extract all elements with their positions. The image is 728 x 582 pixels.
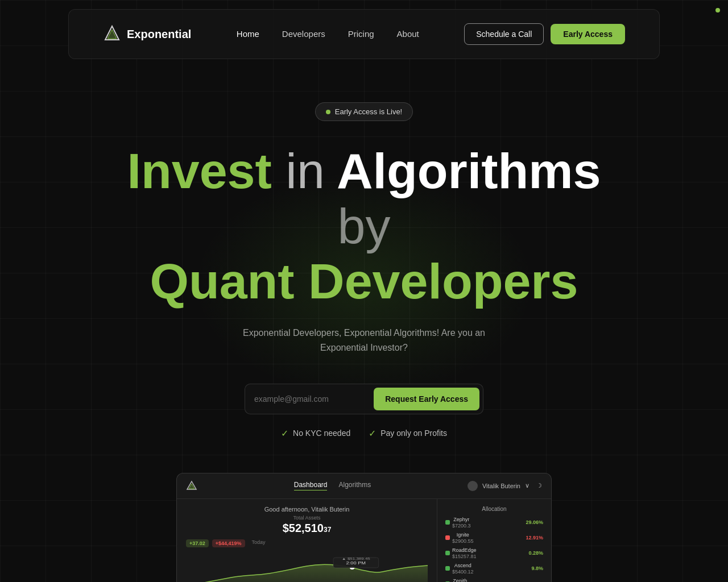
feature-kyc-label: No KYC needed: [293, 429, 350, 438]
feature-pay-profits: ✓ Pay only on Profits: [369, 428, 447, 439]
alloc-value-ignite: $2900.55: [452, 538, 474, 544]
mini-chart: 2:00 PM ▲ $51,389.45: [186, 552, 428, 582]
title-invest: Invest: [127, 143, 272, 199]
alloc-name-zephyr: Zephyr: [452, 517, 471, 522]
alloc-dot-zephyr: [445, 520, 450, 525]
alloc-row-ascend: Ascend $5400.12 9.8%: [445, 563, 543, 575]
alloc-name-roadedge: RoadEdge: [452, 547, 477, 553]
dashboard-left-panel: Good afternoon, Vitalik Buterin Total As…: [177, 499, 437, 582]
badge-positive: +37.02: [186, 539, 209, 547]
early-access-badge: Early Access is Live!: [315, 102, 413, 121]
early-access-nav-button[interactable]: Early Access: [551, 24, 625, 44]
alloc-name-zenith: Zenith: [452, 578, 468, 582]
alloc-value-zephyr: $7200.3: [452, 523, 471, 529]
alloc-pct-roadedge: 0.28%: [528, 550, 543, 556]
svg-marker-1: [107, 30, 117, 39]
nav-home[interactable]: Home: [237, 29, 259, 39]
check-icon-kyc: ✓: [281, 428, 288, 439]
alloc-pct-ascend: 9.8%: [531, 566, 543, 571]
alloc-row-ignite: Ignite $2900.55 12.91%: [445, 532, 543, 544]
total-assets-value: $52,51037: [186, 522, 428, 535]
alloc-name-ignite: Ignite: [452, 532, 474, 538]
title-by: by: [338, 198, 391, 254]
alloc-value-roadedge: $15257.81: [452, 554, 477, 559]
nav-about[interactable]: About: [397, 29, 419, 39]
nav-pricing[interactable]: Pricing: [348, 29, 374, 39]
title-in: in: [286, 143, 325, 199]
corner-indicator: [715, 8, 720, 13]
dashboard-tab-dashboard[interactable]: Dashboard: [294, 481, 328, 490]
feature-no-kyc: ✓ No KYC needed: [281, 428, 350, 439]
email-form: Request Early Access: [245, 384, 483, 414]
alloc-dot-ascend: [445, 566, 450, 571]
alloc-pct-zephyr: 29.06%: [526, 519, 543, 525]
alloc-pct-ignite: 12.91%: [526, 535, 543, 541]
dashboard-preview: Dashboard Algorithms Vitalik Buterin ∨ ☽…: [176, 473, 552, 582]
chevron-icon: ∨: [525, 482, 530, 489]
logo-text: Exponential: [127, 28, 191, 41]
total-assets-label: Total Assets: [186, 515, 428, 521]
navbar: Exponential Home Developers Pricing Abou…: [68, 9, 660, 59]
user-name: Vitalik Buterin: [482, 483, 520, 489]
nav-actions: Schedule a Call Early Access: [464, 23, 625, 45]
schedule-call-button[interactable]: Schedule a Call: [464, 23, 544, 45]
nav-links: Home Developers Pricing About: [237, 29, 419, 39]
dashboard-tab-algorithms[interactable]: Algorithms: [338, 481, 371, 490]
alloc-value-ascend: $5400.12: [452, 569, 474, 575]
hero-subtitle: Exponential Developers, Exponential Algo…: [243, 326, 485, 355]
badge-percentage: +$44,419%: [212, 539, 245, 547]
alloc-row-zenith: Zenith $181.7 15.24%: [445, 578, 543, 582]
theme-icon: ☽: [536, 482, 542, 489]
alloc-row-zephyr: Zephyr $7200.3 29.06%: [445, 517, 543, 529]
dashboard-body: Good afternoon, Vitalik Buterin Total As…: [177, 499, 551, 582]
badge-text: Early Access is Live!: [335, 107, 403, 116]
alloc-row-roadedge: RoadEdge $15257.81 0.28%: [445, 547, 543, 559]
today-label: Today: [252, 539, 266, 547]
hero-section: Early Access is Live! Invest in Algorith…: [0, 68, 728, 582]
logo-container: Exponential: [103, 25, 191, 43]
logo-icon: [103, 25, 121, 43]
dashboard-user: Vitalik Buterin ∨ ☽: [468, 481, 542, 491]
svg-text:▲ $51,389.45: ▲ $51,389.45: [342, 556, 370, 560]
asset-badges: +37.02 +$44,419% Today: [186, 539, 428, 547]
alloc-dot-ignite: [445, 535, 450, 540]
allocation-title: Allocation: [445, 506, 543, 512]
user-avatar: [468, 481, 478, 491]
title-quant: Quant: [150, 253, 294, 309]
alloc-dot-roadedge: [445, 551, 450, 555]
feature-profits-label: Pay only on Profits: [380, 429, 447, 438]
email-input[interactable]: [254, 394, 369, 404]
hero-title: Invest in Algorithms by Quant Developers: [108, 144, 620, 309]
dashboard-nav: Dashboard Algorithms: [294, 481, 371, 490]
request-early-access-button[interactable]: Request Early Access: [374, 388, 479, 410]
dashboard-header: Dashboard Algorithms Vitalik Buterin ∨ ☽: [177, 473, 551, 499]
dashboard-greeting: Good afternoon, Vitalik Buterin: [186, 506, 428, 513]
nav-developers[interactable]: Developers: [282, 29, 325, 39]
title-algorithms: Algorithms: [337, 143, 601, 199]
badge-dot: [326, 110, 330, 114]
alloc-name-ascend: Ascend: [452, 563, 474, 568]
dashboard-right-panel: Allocation Zephyr $7200.3 29.06%: [437, 499, 551, 582]
svg-text:2:00 PM: 2:00 PM: [346, 561, 366, 566]
feature-bullets: ✓ No KYC needed ✓ Pay only on Profits: [281, 428, 447, 439]
dashboard-logo-icon: [186, 480, 197, 492]
check-icon-profits: ✓: [369, 428, 376, 439]
title-developers: Developers: [308, 253, 578, 309]
